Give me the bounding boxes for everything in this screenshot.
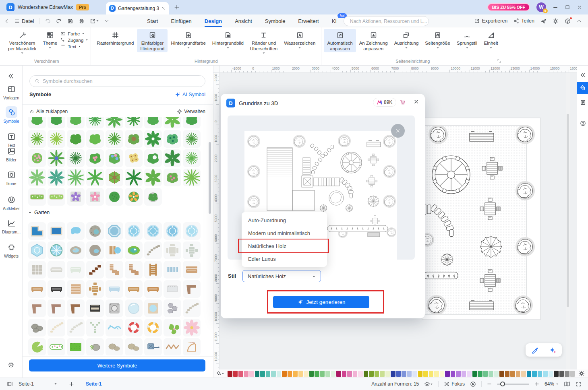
color-swatch-12[interactable] — [293, 371, 298, 377]
color-swatch-7[interactable] — [266, 371, 271, 377]
style-option-modernundminimalistisch[interactable]: Modern und minimalistisch — [242, 227, 327, 239]
garden-symbol-dotpath-47[interactable] — [67, 319, 85, 336]
color-swatch-48[interactable] — [489, 371, 493, 377]
ribbon-button-wasserzeichen[interactable]: Wasserzeichen — [281, 29, 319, 52]
action-search-input[interactable]: Nach Aktionen, Ressourcen und L... — [344, 16, 429, 26]
plant-symbol-palm-30[interactable] — [86, 169, 104, 186]
garden-symbol-fainttable-16[interactable] — [164, 241, 181, 259]
zoom-slider[interactable] — [497, 384, 529, 385]
color-swatch-56[interactable] — [532, 371, 537, 377]
sidebar-item-diagram[interactable]: Diagram... — [0, 219, 23, 234]
color-swatch-35[interactable] — [418, 371, 423, 377]
garden-symbol-bluebench-31[interactable] — [106, 280, 123, 298]
overview-map-icon[interactable] — [564, 381, 570, 387]
ribbon-button-einfarbiger-hintergrund[interactable]: Einfarbiger Hintergrund — [137, 29, 168, 52]
color-swatch-34[interactable] — [412, 371, 417, 377]
garden-symbol-lilypads-52[interactable] — [164, 319, 181, 336]
color-swatch-21[interactable] — [342, 371, 347, 377]
garden-symbol-roundpool-7[interactable] — [164, 222, 181, 240]
garden-symbol-bench-27[interactable] — [28, 280, 46, 298]
color-swatch-23[interactable] — [353, 371, 358, 377]
garden-symbol-octpool-4[interactable] — [106, 222, 123, 240]
color-swatch-31[interactable] — [396, 371, 401, 377]
share-button[interactable]: Teilen — [513, 18, 534, 24]
dialog-close-icon[interactable] — [413, 99, 419, 105]
zoom-in-button[interactable] — [534, 382, 539, 386]
new-tab-button[interactable] — [174, 4, 180, 10]
sidebar-item-bilder[interactable]: Bilder — [0, 147, 23, 162]
garden-symbol-stonestan-59[interactable] — [125, 338, 143, 355]
style-option-edlerluxus[interactable]: Edler Luxus — [242, 252, 327, 265]
plant-symbol-blob-0[interactable] — [28, 117, 46, 128]
focus-button[interactable]: Fokus — [444, 381, 465, 387]
color-swatch-29[interactable] — [385, 371, 390, 377]
garden-symbol-cornerL-38[interactable] — [67, 299, 85, 317]
garden-symbol-mirror-41[interactable] — [125, 299, 143, 317]
color-swatch-49[interactable] — [494, 371, 499, 377]
garden-symbol-cornerL-36[interactable] — [28, 299, 46, 317]
garden-symbol-roundpool-6[interactable] — [144, 222, 162, 240]
color-swatch-51[interactable] — [505, 371, 510, 377]
plant-symbol-pot-42[interactable] — [144, 188, 162, 206]
plant-symbol-pinkgreen-34[interactable] — [164, 169, 181, 186]
presentation-play-icon[interactable] — [470, 381, 476, 387]
color-swatch-19[interactable] — [331, 371, 336, 377]
plant-symbol-blob-11[interactable] — [67, 130, 85, 148]
overflow-chevron-icon[interactable] — [104, 19, 109, 23]
color-swatch-60[interactable] — [554, 371, 559, 377]
garden-symbol-hose-60[interactable] — [144, 338, 162, 355]
ribbon-button-ränder-und-überschriften[interactable]: Ränder und Überschriften — [247, 29, 281, 57]
collapse-panel-icon[interactable] — [8, 73, 14, 79]
garden-symbol-whitetable-34[interactable] — [164, 280, 181, 298]
color-swatch-30[interactable] — [391, 371, 395, 377]
ribbon-button-rasterhintergrund[interactable]: Rasterhintergrund — [93, 29, 137, 47]
garden-symbol-bench-28[interactable] — [48, 280, 65, 298]
garden-symbol-benchback-26[interactable] — [183, 261, 201, 279]
plant-symbol-blob-1[interactable] — [48, 117, 65, 128]
garden-symbol-greenpond-14[interactable] — [125, 241, 143, 259]
garden-symbol-bluebench-20[interactable] — [67, 261, 85, 279]
minimize-button[interactable] — [553, 4, 558, 10]
garden-symbol-cornerL-35[interactable] — [183, 280, 201, 298]
sidebar-item-text[interactable]: Text — [0, 132, 23, 148]
garden-symbol-pond-11[interactable] — [67, 241, 85, 259]
color-swatch-22[interactable] — [347, 371, 352, 377]
menu-tab-einfgen[interactable]: Einfügen — [170, 16, 192, 26]
avatar[interactable]: W♛ — [536, 2, 546, 12]
save-icon[interactable] — [67, 18, 73, 24]
color-swatch-18[interactable] — [325, 371, 330, 377]
ribbon-button-theme[interactable]: Theme — [39, 29, 60, 52]
plant-symbol-burst-10[interactable] — [48, 130, 65, 148]
garden-symbol-stonestan-58[interactable] — [106, 338, 123, 355]
garden-symbol-ring-51[interactable] — [144, 319, 162, 336]
color-swatch-46[interactable] — [478, 371, 482, 377]
color-swatch-2[interactable] — [238, 371, 243, 377]
credits-pill[interactable]: 89K — [373, 98, 396, 107]
plant-symbol-box-38[interactable] — [67, 188, 85, 206]
ai-generate-button[interactable] — [549, 347, 557, 354]
color-swatch-47[interactable] — [483, 371, 488, 377]
page-tab[interactable]: Seite-1 — [86, 381, 101, 387]
plant-symbol-spiky-20[interactable] — [67, 149, 85, 167]
fill-color-button[interactable] — [216, 371, 224, 376]
color-swatch-37[interactable] — [429, 371, 434, 377]
menu-tab-design[interactable]: Design — [204, 16, 223, 26]
ai-symbol-link[interactable]: AI Symbol — [175, 92, 205, 97]
color-swatch-8[interactable] — [271, 371, 276, 377]
undo-icon[interactable] — [45, 18, 51, 24]
color-swatch-43[interactable] — [462, 371, 466, 377]
plant-symbol-burst-9[interactable] — [28, 130, 46, 148]
page-selector[interactable]: Seite-1 — [19, 381, 57, 387]
help-menu[interactable] — [565, 18, 571, 24]
garden-symbol-table4c-30[interactable] — [86, 280, 104, 298]
plant-symbol-potflower-41[interactable] — [125, 188, 143, 206]
layers-button[interactable] — [424, 381, 433, 387]
garden-symbol-grassrect-56[interactable] — [67, 338, 85, 355]
plant-symbol-blob-2[interactable] — [67, 117, 85, 128]
color-swatch-41[interactable] — [451, 371, 455, 377]
color-swatch-42[interactable] — [456, 371, 461, 377]
color-swatch-62[interactable] — [565, 371, 569, 377]
garden-symbol-dotpath-46[interactable] — [48, 319, 65, 336]
ribbon-button-automatisch-anpassen[interactable]: Automatisch anpassen — [324, 29, 356, 52]
garden-symbol-rocks-45[interactable] — [28, 319, 46, 336]
